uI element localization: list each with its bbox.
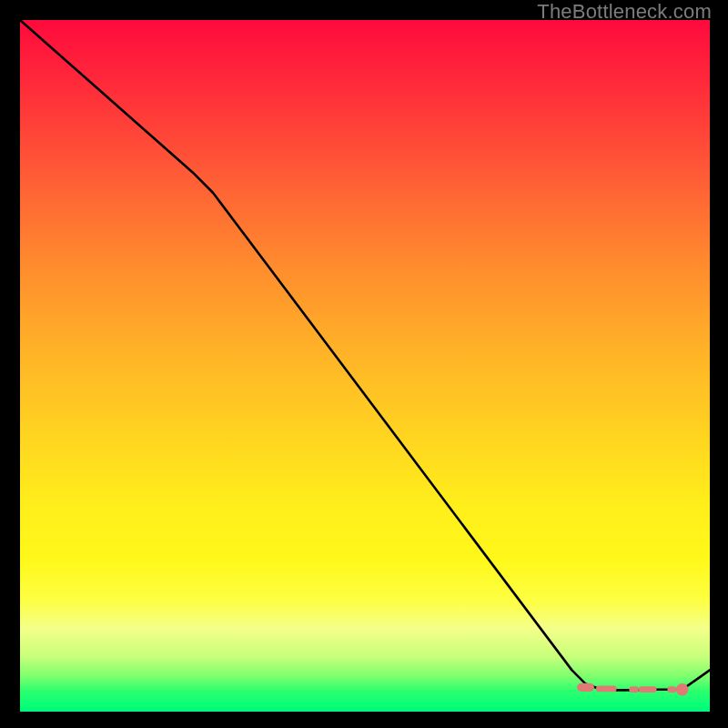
plot-background [20,20,710,712]
attribution-text: TheBottleneck.com [537,0,712,24]
chart-root: TheBottleneck.com [0,0,728,728]
